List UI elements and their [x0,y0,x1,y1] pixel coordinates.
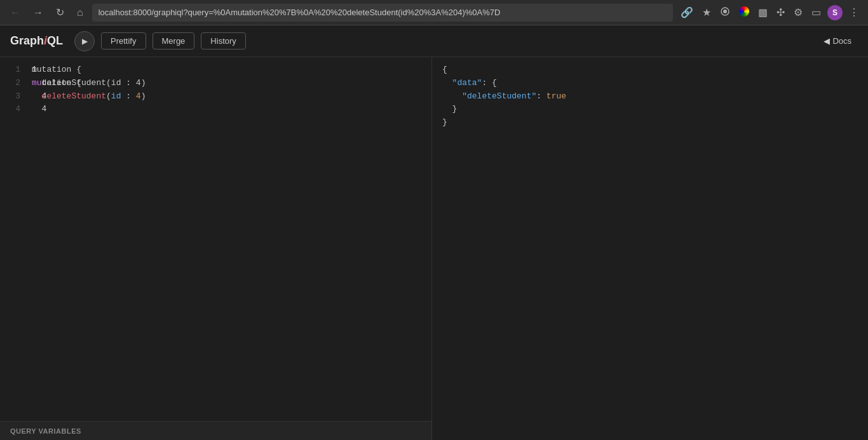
color-picker-button[interactable] [736,4,752,22]
forward-button[interactable]: → [29,4,47,21]
menu-button[interactable]: ⋮ [846,4,862,21]
docs-chevron-icon: ◀ [824,36,830,46]
graphiql-logo: GraphiQL [10,34,63,48]
graphiql-logo-iql: i [44,34,47,47]
profile-avatar[interactable]: S [827,5,843,20]
reload-button[interactable]: ↻ [52,4,68,21]
query-input[interactable]: mutation { deleteStudent(id : 4) 4 [0,57,431,421]
run-icon: ▶ [82,37,88,46]
result-delete-student: "deleteStudent": true [442,90,862,103]
query-variables-bar[interactable]: QUERY VARIABLES [0,421,431,440]
layout-button[interactable]: ▭ [809,4,824,21]
browser-actions: 🔗 ★ ▩ ✣ ⚙ ▭ S ⋮ [678,4,862,22]
run-button[interactable]: ▶ [74,31,95,51]
query-editor[interactable]: 1 2 3 4 1 mutation { deleteStudent(id : … [0,57,431,421]
svg-point-1 [723,10,727,13]
puzzle-button[interactable]: ✣ [774,4,787,21]
query-panel: 1 2 3 4 1 mutation { deleteStudent(id : … [0,57,432,440]
stats-button[interactable]: ▩ [756,4,770,21]
query-variables-label: QUERY VARIABLES [10,427,81,435]
share-button[interactable]: 🔗 [678,4,696,21]
result-data-close: } [442,103,862,116]
merge-button[interactable]: Merge [153,32,195,50]
history-button[interactable]: History [201,32,245,50]
prettify-button[interactable]: Prettify [101,32,146,50]
extensions-button[interactable]: ⚙ [791,4,805,21]
docs-label: Docs [832,36,851,46]
browser-chrome: ← → ↻ ⌂ 🔗 ★ ▩ ✣ ⚙ ▭ S ⋮ [0,0,868,25]
extension-button[interactable] [717,4,733,22]
home-button[interactable]: ⌂ [73,4,87,21]
result-panel: { "data": { "deleteStudent": true } } [432,57,868,440]
result-close-brace: } [442,116,862,130]
back-button[interactable]: ← [6,4,24,21]
docs-button[interactable]: ◀ Docs [817,33,858,49]
editor-area: 1 2 3 4 1 mutation { deleteStudent(id : … [0,57,868,440]
result-data-key: "data": { [442,77,862,90]
address-bar[interactable] [92,4,673,22]
bookmark-button[interactable]: ★ [700,4,714,21]
graphiql-toolbar: GraphiQL ▶ Prettify Merge History ◀ Docs [0,25,868,57]
result-open-brace: { [442,63,862,77]
